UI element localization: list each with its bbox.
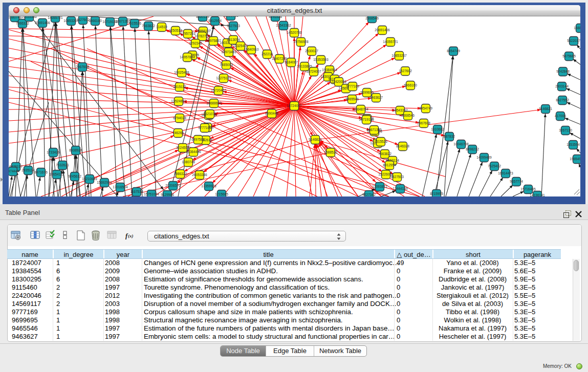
svg-text:8146328: 8146328 — [396, 144, 409, 148]
svg-text:19384554: 19384554 — [322, 68, 337, 72]
svg-text:6497568: 6497568 — [191, 138, 205, 141]
svg-text:15692971: 15692971 — [97, 181, 112, 184]
svg-text:9827503: 9827503 — [390, 175, 404, 179]
svg-text:14520786: 14520786 — [287, 31, 302, 34]
svg-text:9827503: 9827503 — [227, 24, 240, 28]
svg-text:9657774: 9657774 — [510, 180, 523, 183]
svg-text:2368546: 2368546 — [365, 16, 379, 20]
svg-text:20691406: 20691406 — [35, 21, 50, 25]
svg-text:9465546: 9465546 — [345, 97, 359, 101]
svg-text:20691406: 20691406 — [375, 28, 390, 32]
svg-text:1527602: 1527602 — [76, 18, 90, 21]
svg-text:417006: 417006 — [555, 114, 566, 118]
svg-text:9146821: 9146821 — [309, 138, 322, 141]
svg-text:14055721: 14055721 — [383, 40, 398, 43]
svg-text:12275125: 12275125 — [216, 76, 231, 80]
svg-text:7625402: 7625402 — [488, 164, 501, 168]
svg-text:9777169: 9777169 — [346, 84, 359, 88]
svg-text:15720407: 15720407 — [211, 89, 226, 92]
svg-text:8813054: 8813054 — [227, 38, 240, 41]
svg-text:10782759: 10782759 — [194, 34, 210, 38]
svg-text:1910682: 1910682 — [431, 127, 444, 131]
svg-text:1292346: 1292346 — [189, 41, 202, 45]
svg-text:5322037: 5322037 — [567, 39, 580, 42]
svg-text:90975887: 90975887 — [206, 39, 221, 42]
svg-text:9184067: 9184067 — [285, 60, 298, 64]
svg-text:10688609: 10688609 — [206, 101, 222, 105]
svg-text:9146821: 9146821 — [539, 107, 552, 111]
svg-text:18407249: 18407249 — [272, 57, 287, 60]
svg-text:10853267: 10853267 — [391, 54, 407, 57]
svg-text:5875685: 5875685 — [562, 54, 576, 58]
svg-text:17359928: 17359928 — [201, 184, 216, 188]
svg-text:15751074: 15751074 — [144, 192, 159, 196]
svg-text:17957253: 17957253 — [180, 32, 195, 35]
svg-text:18724007: 18724007 — [287, 104, 302, 107]
svg-text:7663822: 7663822 — [142, 24, 155, 28]
svg-text:7986322: 7986322 — [173, 172, 187, 176]
svg-text:10654112: 10654112 — [50, 172, 64, 176]
svg-text:9777169: 9777169 — [198, 126, 211, 129]
svg-text:20206570: 20206570 — [165, 184, 181, 187]
svg-text:6794028: 6794028 — [173, 116, 186, 120]
svg-text:26053346: 26053346 — [192, 173, 207, 177]
svg-text:21364436: 21364436 — [186, 150, 201, 154]
svg-text:7515526: 7515526 — [128, 21, 141, 25]
svg-text:2967608: 2967608 — [76, 65, 89, 69]
svg-text:7986322: 7986322 — [16, 21, 29, 25]
svg-text:1080748: 1080748 — [182, 160, 195, 164]
svg-text:3267130: 3267130 — [559, 128, 572, 132]
svg-text:8454749: 8454749 — [419, 106, 432, 110]
svg-text:9227342: 9227342 — [362, 193, 376, 196]
svg-text:1621072: 1621072 — [203, 112, 216, 116]
svg-text:19756928: 19756928 — [293, 40, 309, 43]
svg-text:2368546: 2368546 — [401, 114, 415, 117]
svg-text:7663822: 7663822 — [378, 152, 391, 156]
svg-text:887832: 887832 — [444, 135, 455, 138]
svg-text:6966160: 6966160 — [89, 19, 102, 23]
svg-text:8912954: 8912954 — [208, 19, 222, 23]
svg-text:1733426: 1733426 — [47, 150, 60, 154]
svg-text:252214: 252214 — [262, 52, 273, 56]
svg-text:3024554: 3024554 — [176, 146, 189, 149]
svg-text:2530027: 2530027 — [305, 49, 318, 53]
svg-text:14099489: 14099489 — [476, 156, 492, 159]
svg-text:16648784: 16648784 — [353, 107, 368, 111]
svg-text:11325419: 11325419 — [233, 44, 248, 48]
svg-text:746266: 746266 — [172, 131, 184, 135]
svg-text:1527602: 1527602 — [399, 69, 412, 73]
svg-text:16671355: 16671355 — [366, 128, 382, 132]
svg-text:2935114: 2935114 — [21, 168, 35, 172]
svg-text:15353593: 15353593 — [313, 58, 329, 61]
svg-text:2967608: 2967608 — [417, 121, 430, 125]
svg-text:16210643: 16210643 — [82, 177, 97, 181]
svg-text:18724007: 18724007 — [306, 70, 321, 73]
svg-text:8912954: 8912954 — [383, 163, 396, 167]
svg-text:15716485: 15716485 — [520, 187, 536, 191]
svg-text:12444139: 12444139 — [393, 187, 408, 190]
svg-text:2803144: 2803144 — [555, 84, 569, 88]
svg-text:9129986: 9129986 — [161, 193, 174, 196]
svg-text:1215685: 1215685 — [215, 192, 228, 196]
svg-text:10543362: 10543362 — [276, 24, 291, 27]
svg-text:7515526: 7515526 — [374, 140, 387, 143]
svg-text:9699695: 9699695 — [360, 91, 374, 94]
svg-text:7632621: 7632621 — [56, 163, 69, 167]
svg-text:8454749: 8454749 — [447, 49, 460, 53]
svg-text:7485003: 7485003 — [220, 63, 233, 67]
svg-text:17016504: 17016504 — [113, 185, 128, 189]
svg-text:10025488: 10025488 — [174, 71, 189, 74]
svg-text:19654923: 19654923 — [570, 157, 585, 161]
svg-text:9245612: 9245612 — [68, 174, 81, 178]
svg-text:8990448: 8990448 — [265, 112, 278, 115]
svg-text:10973493: 10973493 — [221, 50, 236, 54]
svg-text:1815112: 1815112 — [173, 85, 186, 89]
svg-text:8427552: 8427552 — [556, 98, 569, 102]
svg-text:9474444: 9474444 — [6, 169, 19, 173]
svg-text:14957884: 14957884 — [180, 55, 195, 59]
svg-text:16640910: 16640910 — [244, 48, 259, 51]
svg-text:16914473: 16914473 — [498, 171, 513, 175]
svg-text:6966160: 6966160 — [404, 83, 417, 87]
svg-text:14055721: 14055721 — [48, 16, 63, 19]
svg-text:8498212: 8498212 — [466, 147, 479, 151]
